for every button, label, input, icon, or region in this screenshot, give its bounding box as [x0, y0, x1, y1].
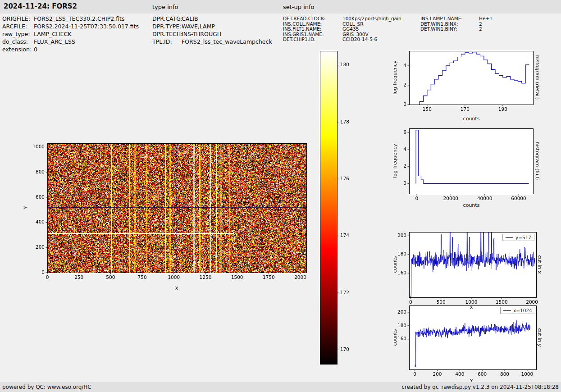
setup-info-block-1: DET.READ.CLOCK:100Kps/2ports/high_gain I…: [283, 16, 401, 42]
hist-full-side-label: histogram (full): [534, 142, 540, 180]
hist-full-x-axis-label: counts: [463, 202, 480, 208]
colorbar-canvas: [318, 47, 360, 369]
footer-right-text: created by qc_rawdisp.py v1.2.3 on 2024-…: [401, 382, 559, 392]
field-label: DET.WIN1.BINY:: [420, 27, 479, 32]
main-x-axis-label: X: [175, 286, 178, 292]
field-value: FORS2.2024-11-25T07:33:50.017.fits: [34, 23, 139, 30]
type-info-row: DPR.TYPE:WAVE,LAMP: [152, 23, 272, 30]
hist-detail-y-axis-label: log frequency: [392, 60, 398, 94]
field-value: FORS2_lss_tec_waveLampcheck: [182, 38, 272, 46]
histogram-full-canvas: [397, 125, 541, 201]
raw-image-heatmap-canvas: [23, 139, 315, 290]
file-info-row: ORIGFILE:FORS2_LSS_TEC330.2.CHIP2.fits: [2, 15, 139, 23]
field-value: 0: [34, 46, 37, 53]
hist-detail-x-axis-label: counts: [463, 116, 480, 122]
file-info-row: ARCFILE:FORS2.2024-11-25T07:33:50.017.fi…: [2, 23, 139, 30]
cut-y-y-axis-label: counts: [392, 329, 398, 346]
file-info-row: extension:0: [2, 46, 139, 53]
field-label: DET.READ.CLOCK:: [283, 16, 342, 22]
field-value: 2: [479, 27, 482, 32]
main-y-axis-label: Y: [23, 206, 29, 210]
cut-x-legend: y=517: [502, 234, 534, 241]
setup-info-block-2: INS.LAMP1.NAME:He+1 DET.WIN1.BINX:2 DET.…: [420, 16, 493, 32]
type-info-row: DPR.TECH:INS-THROUGH: [152, 30, 272, 38]
setup-info-row: INS.LAMP1.NAME:He+1: [420, 16, 493, 22]
field-label: do_class:: [2, 38, 34, 46]
field-label: DPR.TYPE:: [152, 23, 182, 30]
field-value: FORS2_LSS_TEC330.2.CHIP2.fits: [34, 15, 125, 23]
page-title: 2024-11-24: FORS2: [4, 2, 77, 10]
footer-bar: powered by QC: www.eso.org/HC created by…: [0, 382, 561, 392]
field-value: FLUX_ARC_LSS: [34, 38, 75, 46]
hist-detail-side-label: histogram (detail): [534, 55, 540, 100]
field-value: CCID20-14-5-6: [342, 37, 377, 42]
legend-line-sample-icon: [506, 237, 513, 238]
cut-x-y-axis-label: counts: [392, 256, 398, 273]
field-label: ORIGFILE:: [2, 15, 34, 23]
hist-full-y-axis-label: log frequency: [392, 144, 398, 178]
footer-left-text: powered by QC: www.eso.org/HC: [2, 382, 91, 392]
setup-info-row: DET.WIN1.BINY:2: [420, 27, 493, 32]
field-label: DPR.TECH:: [152, 30, 182, 38]
cut-x-x-axis-label: X: [470, 305, 473, 310]
field-label: ARCFILE:: [2, 23, 34, 30]
file-info-block: ORIGFILE:FORS2_LSS_TEC330.2.CHIP2.fits A…: [2, 15, 139, 53]
setup-info-row: DET.CHIP1.ID:CCID20-14-5-6: [283, 37, 401, 42]
field-label: raw_type:: [2, 30, 34, 38]
legend-line-sample-icon: [503, 310, 511, 311]
field-label: DPR.CATG:: [152, 15, 182, 23]
field-value: CALIB: [182, 15, 198, 23]
field-label: extension:: [2, 46, 34, 53]
file-info-row: do_class:FLUX_ARC_LSS: [2, 38, 139, 46]
field-value: WAVE,LAMP: [182, 23, 215, 30]
cut-x-side-label: cut in x: [537, 255, 543, 274]
type-info-row: TPL.ID:FORS2_lss_tec_waveLampcheck: [152, 38, 272, 46]
field-label: TPL.ID:: [152, 38, 182, 46]
cut-y-legend-label: x=1024: [513, 308, 532, 313]
field-value: LAMP_CHECK: [34, 30, 71, 38]
cut-y-side-label: cut in y: [537, 328, 543, 347]
type-info-heading: type info: [152, 4, 178, 10]
setup-info-heading: set-up info: [283, 4, 315, 10]
file-info-row: raw_type:LAMP_CHECK: [2, 30, 139, 38]
field-value: INS-THROUGH: [182, 30, 221, 38]
field-value: He+1: [479, 16, 493, 22]
type-info-row: DPR.CATG:CALIB: [152, 15, 272, 23]
type-info-block: DPR.CATG:CALIB DPR.TYPE:WAVE,LAMP DPR.TE…: [152, 15, 272, 46]
field-label: INS.LAMP1.NAME:: [420, 16, 479, 22]
header-bar: 2024-11-24: FORS2 type info set-up info: [0, 0, 561, 14]
histogram-detail-canvas: [397, 47, 541, 115]
cut-x-legend-label: y=517: [515, 235, 531, 240]
field-value: 100Kps/2ports/high_gain: [342, 16, 401, 22]
cut-y-legend: x=1024: [500, 307, 535, 314]
field-label: DET.CHIP1.ID:: [283, 37, 342, 42]
setup-info-row: DET.READ.CLOCK:100Kps/2ports/high_gain: [283, 16, 401, 22]
